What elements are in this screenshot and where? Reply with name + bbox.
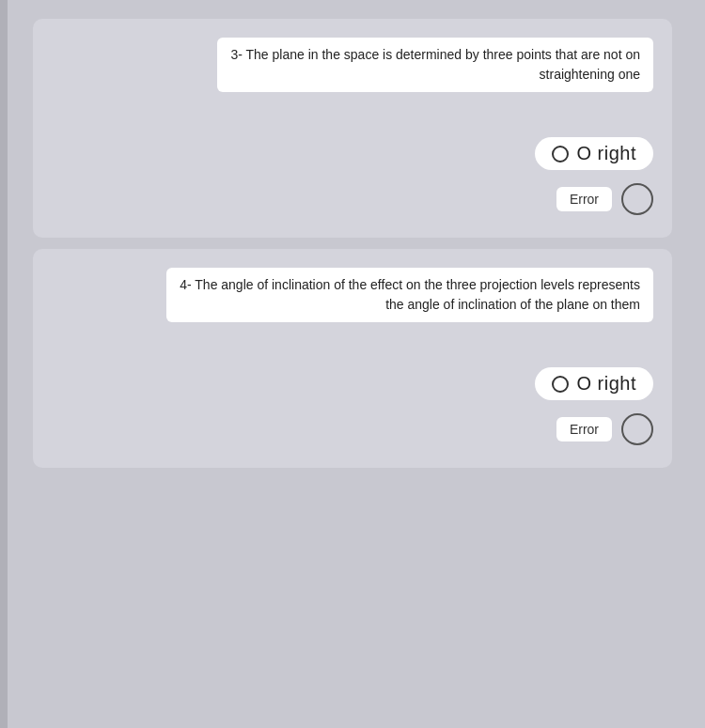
left-bar [0,0,8,728]
radio-right-4 [552,376,569,393]
question-4-line2: the angle of inclination of the plane on… [385,297,640,312]
error-4-row[interactable]: Error [556,413,653,445]
question-3-text: 3- The plane in the space is determined … [217,38,653,92]
question-3-line2: straightening one [540,67,640,82]
error-4-circle[interactable] [621,413,653,445]
answer-4-right-label: O right [576,373,636,395]
question-3-line1: 3- The plane in the space is determined … [230,47,640,62]
answer-3-right-label: O right [576,143,636,164]
question-4-line1: 4- The angle of inclination of the effec… [180,277,640,292]
error-3-row[interactable]: Error [556,183,653,215]
card-3: 3- The plane in the space is determined … [33,19,672,238]
card-4: 4- The angle of inclination of the effec… [33,249,672,468]
question-4-text: 4- The angle of inclination of the effec… [166,268,653,322]
error-3-label[interactable]: Error [556,187,612,211]
radio-right-3 [552,146,569,163]
error-4-label[interactable]: Error [556,417,612,441]
answer-4-row[interactable]: O right [535,367,653,400]
answer-4-right-button[interactable]: O right [535,367,653,400]
answer-3-right-button[interactable]: O right [535,137,653,170]
error-3-circle[interactable] [621,183,653,215]
answer-3-row[interactable]: O right [535,137,653,170]
